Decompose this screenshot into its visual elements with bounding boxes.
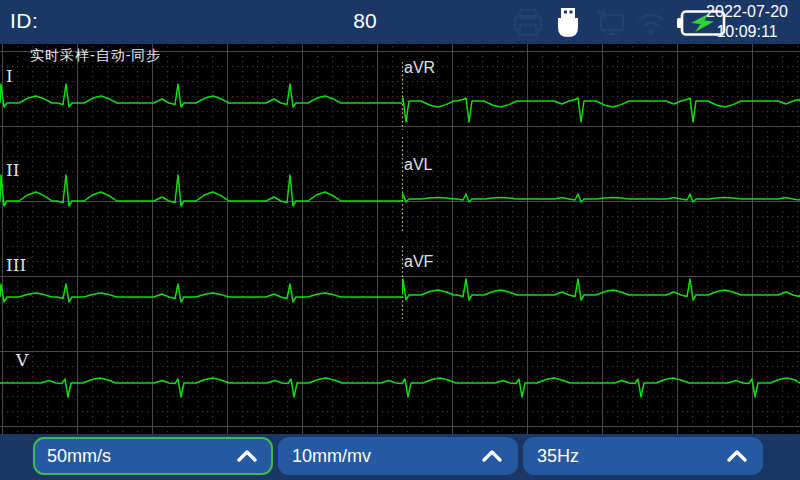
lead-label-aVR: aVR bbox=[404, 59, 435, 77]
top-status-bar: ID: 80 bbox=[0, 0, 800, 44]
acquisition-mode-text: 实时采样-自动-同步 bbox=[30, 47, 161, 65]
paper-speed-value: 50mm/s bbox=[47, 446, 235, 467]
gain-value: 10mm/mv bbox=[292, 446, 480, 467]
patient-id-value: 80 bbox=[330, 9, 400, 33]
lead-label-aVL: aVL bbox=[404, 156, 432, 174]
lead-label-II: II bbox=[6, 160, 19, 180]
filter-dropdown[interactable]: 35Hz bbox=[523, 437, 763, 475]
lead-label-V: V bbox=[16, 350, 28, 370]
status-icon-group bbox=[512, 5, 726, 41]
datetime-display: 2022-07-20 10:09:11 bbox=[699, 2, 795, 42]
paper-speed-dropdown[interactable]: 50mm/s bbox=[33, 437, 273, 475]
time-text: 10:09:11 bbox=[699, 22, 795, 42]
chevron-up-icon bbox=[235, 448, 259, 464]
lead-label-aVF: aVF bbox=[404, 253, 433, 271]
bottom-control-bar: 50mm/s 10mm/mv 35Hz bbox=[0, 434, 800, 480]
printer-icon bbox=[512, 7, 544, 39]
date-text: 2022-07-20 bbox=[699, 2, 795, 22]
network-icon bbox=[592, 7, 626, 39]
gain-dropdown[interactable]: 10mm/mv bbox=[278, 437, 518, 475]
patient-id-label: ID: bbox=[10, 9, 38, 33]
usb-icon bbox=[553, 6, 583, 40]
ecg-waveform-canvas bbox=[0, 44, 800, 434]
ecg-display-area: 实时采样-自动-同步 IaVRIIaVLIIIaVFV bbox=[0, 44, 800, 434]
chevron-up-icon bbox=[725, 448, 749, 464]
lead-label-I: I bbox=[6, 66, 13, 86]
filter-value: 35Hz bbox=[537, 446, 725, 467]
chevron-up-icon bbox=[480, 448, 504, 464]
wifi-icon bbox=[635, 8, 667, 38]
lead-label-III: III bbox=[6, 255, 26, 275]
